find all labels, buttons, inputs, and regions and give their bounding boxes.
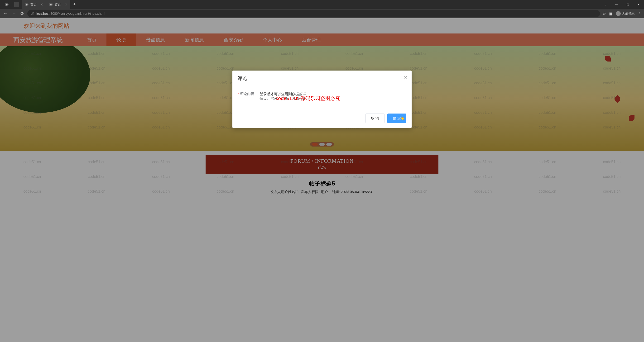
app-icon bbox=[14, 2, 19, 7]
url-text: localhost:8080/xianlvyouguanli/front/ind… bbox=[36, 12, 105, 15]
required-star: * bbox=[238, 92, 239, 96]
close-icon[interactable]: ✕ bbox=[40, 2, 43, 6]
pinned-tab-2[interactable] bbox=[12, 0, 22, 9]
browser-address-bar: ← → ⟳ ⓘ localhost:8080/xianlvyouguanli/f… bbox=[0, 9, 644, 18]
close-window-button[interactable]: ✕ bbox=[633, 0, 644, 9]
globe-icon: ◉ bbox=[5, 2, 8, 6]
comment-dialog: 评论 ✕ *评论内容 code51.cn-源码乐园盗图必究 取 消 确 定 👆 bbox=[232, 70, 412, 128]
dialog-footer: 取 消 确 定 👆 bbox=[232, 110, 412, 128]
comment-textarea[interactable] bbox=[257, 90, 309, 102]
forward-button[interactable]: → bbox=[11, 10, 17, 17]
minimize-button[interactable]: — bbox=[611, 0, 622, 9]
confirm-button[interactable]: 确 定 👆 bbox=[387, 113, 406, 123]
tab-title: 首页 bbox=[55, 2, 61, 7]
incognito-icon bbox=[616, 11, 621, 16]
close-icon[interactable]: ✕ bbox=[65, 2, 68, 6]
window-controls: ⌄ — ▢ ✕ bbox=[600, 0, 644, 9]
cancel-button[interactable]: 取 消 bbox=[366, 113, 384, 123]
maximize-button[interactable]: ▢ bbox=[622, 0, 633, 9]
globe-icon: ◉ bbox=[49, 2, 53, 6]
menu-icon[interactable]: ⋮ bbox=[638, 11, 642, 16]
reload-button[interactable]: ⟳ bbox=[20, 10, 25, 17]
devtools-icon[interactable]: ▣ bbox=[609, 11, 613, 16]
close-icon[interactable]: ✕ bbox=[404, 75, 407, 80]
tab-2[interactable]: ◉ 首页 ✕ bbox=[46, 0, 70, 9]
viewport: 欢迎来到我的网站 西安旅游管理系统 首页 论坛 景点信息 新闻信息 西安介绍 个… bbox=[0, 18, 644, 342]
incognito-badge: 无痕模式 bbox=[616, 11, 634, 16]
bookmark-icon[interactable]: ☆ bbox=[602, 11, 606, 16]
dialog-body: *评论内容 code51.cn-源码乐园盗图必究 bbox=[232, 84, 412, 110]
back-button[interactable]: ← bbox=[2, 10, 8, 17]
modal-overlay: 评论 ✕ *评论内容 code51.cn-源码乐园盗图必究 取 消 确 定 👆 bbox=[0, 18, 644, 342]
cursor-icon: 👆 bbox=[400, 116, 405, 120]
new-tab-button[interactable]: + bbox=[70, 2, 79, 7]
globe-icon: ◉ bbox=[25, 2, 28, 6]
browser-tab-bar: ◉ ◉ 首页 ✕ ◉ 首页 ✕ + ⌄ — ▢ ✕ bbox=[0, 0, 644, 9]
pinned-tab[interactable]: ◉ bbox=[2, 0, 12, 9]
url-input[interactable]: ⓘ localhost:8080/xianlvyouguanli/front/i… bbox=[27, 10, 600, 17]
tab-title: 首页 bbox=[30, 2, 36, 7]
tab-1[interactable]: ◉ 首页 ✕ bbox=[22, 0, 46, 9]
info-icon: ⓘ bbox=[31, 11, 34, 16]
field-label: *评论内容 bbox=[238, 90, 254, 96]
dialog-title: 评论 bbox=[232, 70, 412, 84]
chevron-down-icon[interactable]: ⌄ bbox=[600, 0, 611, 9]
